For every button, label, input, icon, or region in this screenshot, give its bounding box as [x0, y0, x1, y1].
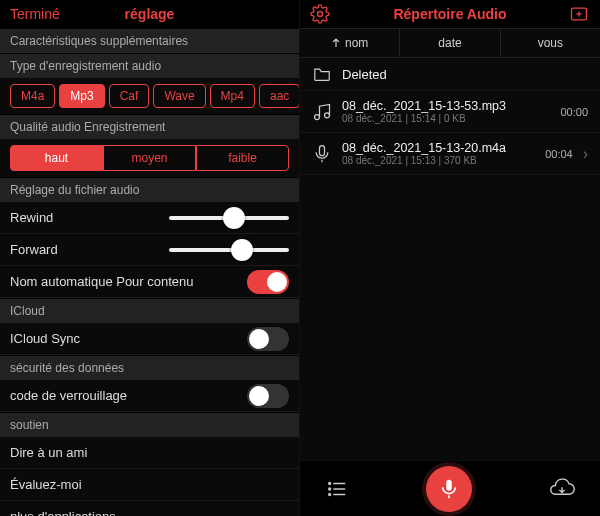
row-moreapps[interactable]: plus d'applications	[0, 501, 299, 516]
autoname-switch[interactable]	[247, 270, 289, 294]
section-features: Caractéristiques supplémentaires	[0, 28, 299, 53]
mic-icon	[312, 144, 332, 164]
done-button[interactable]: Terminé	[10, 6, 60, 22]
file-meta: 08 déc._2021 | 15:13 | 370 KB	[342, 155, 506, 166]
row-rate[interactable]: Évaluez-moi	[0, 469, 299, 501]
row-rewind: Rewind	[0, 202, 299, 234]
svg-point-5	[325, 112, 330, 117]
row-icloudsync: ICloud Sync	[0, 323, 299, 355]
add-folder-icon	[568, 4, 590, 24]
format-m4a[interactable]: M4a	[10, 84, 55, 108]
svg-point-4	[315, 114, 320, 119]
rewind-slider[interactable]	[169, 216, 289, 220]
settings-gear-button[interactable]	[310, 4, 330, 24]
file-duration: 00:04	[545, 148, 573, 160]
svg-rect-6	[320, 145, 325, 155]
arrow-up-icon	[331, 38, 341, 48]
sort-name-label: nom	[345, 36, 368, 50]
settings-scroll[interactable]: Caractéristiques supplémentaires Type d'…	[0, 28, 299, 516]
record-button[interactable]	[426, 466, 472, 512]
quality-medium[interactable]: moyen	[103, 145, 196, 171]
svg-point-11	[329, 488, 331, 490]
quality-low[interactable]: faible	[196, 145, 289, 171]
format-segmented: M4a Mp3 Caf Wave Mp4 aac	[0, 78, 299, 114]
format-aac[interactable]: aac	[259, 84, 299, 108]
tell-label: Dire à un ami	[10, 445, 87, 460]
moreapps-label: plus d'applications	[10, 509, 116, 516]
svg-point-12	[329, 493, 331, 495]
row-tell[interactable]: Dire à un ami	[0, 437, 299, 469]
file-duration: 00:00	[560, 106, 588, 118]
bottom-toolbar	[300, 460, 600, 516]
file-meta: 08 déc._2021 | 15:14 | 0 KB	[342, 113, 506, 124]
sort-date-label: date	[438, 36, 461, 50]
section-icloud: ICloud	[0, 298, 299, 323]
list-icon	[324, 478, 350, 500]
folder-icon	[312, 66, 332, 82]
section-quality: Qualité audio Enregistrement	[0, 114, 299, 139]
forward-label: Forward	[10, 242, 58, 257]
settings-panel: Terminé réglage Caractéristiques supplém…	[0, 0, 300, 516]
lockcode-label: code de verrouillage	[10, 388, 127, 403]
svg-point-10	[329, 482, 331, 484]
section-filesetting: Réglage du fichier audio	[0, 177, 299, 202]
sort-name[interactable]: nom	[300, 29, 400, 57]
sort-date[interactable]: date	[400, 29, 500, 57]
mic-icon	[438, 478, 460, 500]
section-security: sécurité des données	[0, 355, 299, 380]
library-title: Répertoire Audio	[300, 6, 600, 22]
row-autoname: Nom automatique Pour contenu	[0, 266, 299, 298]
quality-high[interactable]: haut	[10, 145, 103, 171]
svg-point-0	[318, 12, 323, 17]
forward-slider[interactable]	[169, 248, 289, 252]
add-folder-button[interactable]	[568, 4, 590, 24]
library-header: Répertoire Audio	[300, 0, 600, 28]
icloudsync-switch[interactable]	[247, 327, 289, 351]
cloud-download-button[interactable]	[548, 478, 576, 500]
deleted-label: Deleted	[342, 67, 387, 82]
file-name: 08_déc._2021_15-13-53.mp3	[342, 99, 506, 113]
format-mp4[interactable]: Mp4	[210, 84, 255, 108]
library-panel: Répertoire Audio nom date vous Deleted 0…	[300, 0, 600, 516]
gear-icon	[310, 4, 330, 24]
file-name: 08_déc._2021_15-13-20.m4a	[342, 141, 506, 155]
file-row-0[interactable]: 08_déc._2021_15-13-53.mp3 08 déc._2021 |…	[300, 91, 600, 133]
music-note-icon	[312, 102, 332, 122]
format-wave[interactable]: Wave	[153, 84, 205, 108]
file-row-1[interactable]: 08_déc._2021_15-13-20.m4a 08 déc._2021 |…	[300, 133, 600, 175]
list-button[interactable]	[324, 478, 350, 500]
row-lockcode: code de verrouillage	[0, 380, 299, 412]
rewind-label: Rewind	[10, 210, 53, 225]
sort-you[interactable]: vous	[501, 29, 600, 57]
quality-segmented: haut moyen faible	[0, 139, 299, 177]
deleted-folder[interactable]: Deleted	[300, 58, 600, 91]
lockcode-switch[interactable]	[247, 384, 289, 408]
row-forward: Forward	[0, 234, 299, 266]
icloudsync-label: ICloud Sync	[10, 331, 80, 346]
section-rectype: Type d'enregistrement audio	[0, 53, 299, 78]
settings-header: Terminé réglage	[0, 0, 299, 28]
section-support: soutien	[0, 412, 299, 437]
chevron-right-icon: ›	[579, 145, 588, 163]
svg-rect-13	[446, 479, 452, 490]
sort-bar: nom date vous	[300, 28, 600, 58]
sort-you-label: vous	[538, 36, 563, 50]
format-caf[interactable]: Caf	[109, 84, 150, 108]
autoname-label: Nom automatique Pour contenu	[10, 274, 194, 289]
cloud-download-icon	[548, 478, 576, 500]
rate-label: Évaluez-moi	[10, 477, 82, 492]
format-mp3[interactable]: Mp3	[59, 84, 104, 108]
